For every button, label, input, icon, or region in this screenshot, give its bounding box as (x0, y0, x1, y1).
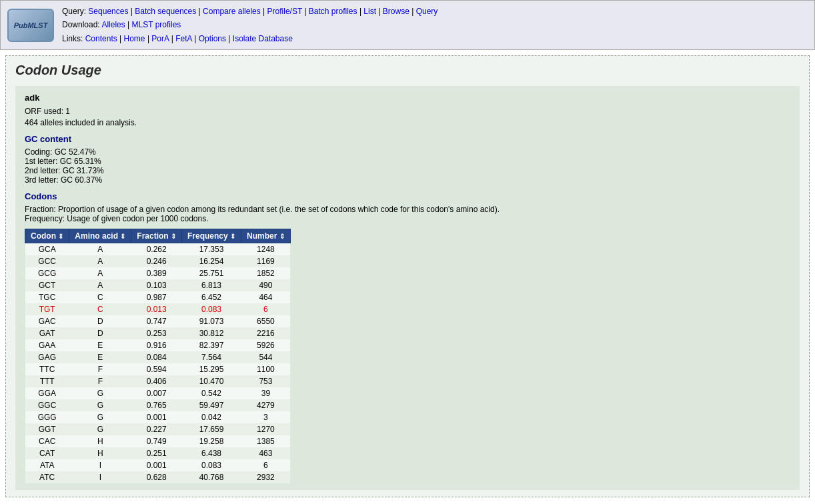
table-row: CAT H 0.251 6.438 463 (25, 447, 291, 459)
cell-codon: CAT (25, 447, 69, 459)
cell-fraction: 0.406 (131, 375, 182, 387)
cell-number: 6 (241, 459, 291, 471)
col-amino-acid[interactable]: Amino acid ⇕ (69, 229, 131, 243)
cell-number: 6550 (241, 315, 291, 327)
cell-frequency: 91.073 (182, 315, 241, 327)
cell-aa: E (69, 339, 131, 351)
cell-frequency: 19.258 (182, 435, 241, 447)
nav-contents[interactable]: Contents (85, 34, 117, 43)
cell-fraction: 0.628 (131, 471, 182, 483)
cell-number: 2932 (241, 471, 291, 483)
table-row: GGT G 0.227 17.659 1270 (25, 423, 291, 435)
nav-profile-st[interactable]: Profile/ST (267, 7, 302, 16)
cell-codon: GGG (25, 411, 69, 423)
cell-number: 6 (241, 303, 291, 315)
cell-codon: GCG (25, 267, 69, 279)
cell-fraction: 0.747 (131, 315, 182, 327)
cell-aa: A (69, 279, 131, 291)
table-row: GCC A 0.246 16.254 1169 (25, 255, 291, 267)
col-number[interactable]: Number ⇕ (241, 229, 291, 243)
cell-frequency: 0.083 (182, 303, 241, 315)
nav-batch-sequences[interactable]: Batch sequences (135, 7, 196, 16)
sort-codon-icon: ⇕ (58, 233, 63, 240)
nav-isolate-db[interactable]: Isolate Database (233, 34, 293, 43)
table-row: GGC G 0.765 59.497 4279 (25, 399, 291, 411)
table-row: GCT A 0.103 6.813 490 (25, 279, 291, 291)
query-nav: Query: Sequences | Batch sequences | Com… (62, 5, 438, 18)
cell-fraction: 0.262 (131, 243, 182, 256)
table-header-row: Codon ⇕ Amino acid ⇕ Fraction ⇕ Frequenc… (25, 229, 291, 243)
fraction-note: Fraction: Proportion of usage of a given… (25, 205, 790, 214)
cell-aa: G (69, 387, 131, 399)
cell-fraction: 0.987 (131, 291, 182, 303)
nav-feta[interactable]: FetA (175, 34, 192, 43)
download-nav: Download: Alleles | MLST profiles (62, 18, 438, 31)
cell-codon: GGT (25, 423, 69, 435)
cell-aa: F (69, 375, 131, 387)
table-row: GGA G 0.007 0.542 39 (25, 387, 291, 399)
table-row: GAA E 0.916 82.397 5926 (25, 339, 291, 351)
sort-fraction-icon: ⇕ (171, 233, 176, 240)
nav-list[interactable]: List (363, 7, 376, 16)
page-title: Codon Usage (15, 63, 800, 78)
nav-sequences[interactable]: Sequences (88, 7, 128, 16)
col-codon[interactable]: Codon ⇕ (25, 229, 69, 243)
nav-alleles[interactable]: Alleles (101, 20, 125, 29)
cell-frequency: 17.353 (182, 243, 241, 256)
cell-codon: GCA (25, 243, 69, 256)
cell-number: 463 (241, 447, 291, 459)
table-row: GAT D 0.253 30.812 2216 (25, 327, 291, 339)
nav-mlst-profiles[interactable]: MLST profiles (132, 20, 181, 29)
cell-aa: I (69, 471, 131, 483)
cell-aa: G (69, 423, 131, 435)
cell-frequency: 25.751 (182, 267, 241, 279)
cell-fraction: 0.001 (131, 411, 182, 423)
download-label: Download: (62, 20, 100, 29)
cell-frequency: 82.397 (182, 339, 241, 351)
cell-codon: GGA (25, 387, 69, 399)
cell-aa: A (69, 243, 131, 256)
links-nav: Links: Contents | Home | PorA | FetA | O… (62, 32, 438, 45)
nav-home[interactable]: Home (124, 34, 145, 43)
cell-number: 490 (241, 279, 291, 291)
nav-options[interactable]: Options (199, 34, 226, 43)
cell-frequency: 6.438 (182, 447, 241, 459)
col-fraction[interactable]: Fraction ⇕ (131, 229, 182, 243)
cell-fraction: 0.246 (131, 255, 182, 267)
content-area: adk ORF used: 1 464 alleles included in … (15, 86, 800, 490)
nav-compare-alleles[interactable]: Compare alleles (203, 7, 261, 16)
table-row: GAC D 0.747 91.073 6550 (25, 315, 291, 327)
cell-fraction: 0.765 (131, 399, 182, 411)
cell-fraction: 0.916 (131, 339, 182, 351)
table-row: TGT C 0.013 0.083 6 (25, 303, 291, 315)
cell-frequency: 15.295 (182, 363, 241, 375)
cell-number: 1852 (241, 267, 291, 279)
cell-codon: TTT (25, 375, 69, 387)
cell-aa: A (69, 267, 131, 279)
cell-fraction: 0.251 (131, 447, 182, 459)
codon-table: Codon ⇕ Amino acid ⇕ Fraction ⇕ Frequenc… (25, 229, 291, 483)
cell-codon: TGC (25, 291, 69, 303)
col-frequency[interactable]: Frequency ⇕ (182, 229, 241, 243)
cell-number: 544 (241, 351, 291, 363)
sort-frequency-icon: ⇕ (230, 233, 235, 240)
cell-frequency: 59.497 (182, 399, 241, 411)
cell-aa: E (69, 351, 131, 363)
cell-fraction: 0.084 (131, 351, 182, 363)
navigation-links: Query: Sequences | Batch sequences | Com… (62, 5, 438, 45)
table-row: GGG G 0.001 0.042 3 (25, 411, 291, 423)
cell-number: 1169 (241, 255, 291, 267)
alleles-info: 464 alleles included in analysis. (25, 118, 790, 127)
cell-frequency: 0.042 (182, 411, 241, 423)
cell-codon: GGC (25, 399, 69, 411)
nav-pora[interactable]: PorA (151, 34, 169, 43)
cell-aa: D (69, 315, 131, 327)
nav-query[interactable]: Query (416, 7, 438, 16)
nav-browse[interactable]: Browse (383, 7, 410, 16)
table-row: GAG E 0.084 7.564 544 (25, 351, 291, 363)
cell-aa: H (69, 435, 131, 447)
cell-codon: GAT (25, 327, 69, 339)
cell-codon: ATA (25, 459, 69, 471)
frequency-note: Frequency: Usage of given codon per 1000… (25, 214, 790, 223)
nav-batch-profiles[interactable]: Batch profiles (309, 7, 357, 16)
